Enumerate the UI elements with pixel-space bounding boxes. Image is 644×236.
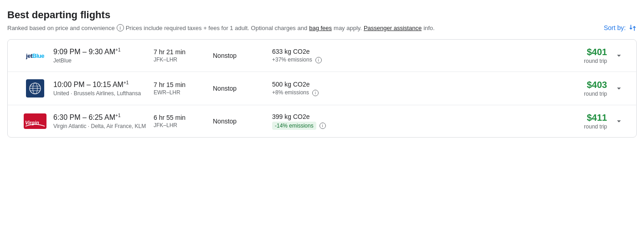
duration-col-2: 7 hr 15 min EWR–LHR — [154, 81, 213, 96]
time-range-2: 10:00 PM – 10:15 AM+1 — [53, 80, 154, 89]
expand-button-1[interactable] — [611, 47, 627, 64]
jetblue-wordmark: jetBlue — [26, 52, 44, 59]
airline-name-1: JetBlue — [53, 57, 154, 64]
bag-fees-link[interactable]: bag fees — [309, 25, 332, 31]
flight-times-2: 10:00 PM – 10:15 AM+1 United · Brussels … — [53, 80, 154, 96]
airline-logo-virgin: Virgin — [17, 113, 53, 129]
flight-row[interactable]: Virgin 6:30 PM – 6:25 AM+1 Virgin Atlant… — [8, 105, 636, 137]
stops-col-1: Nonstop — [213, 52, 272, 59]
duration-val-2: 7 hr 15 min — [154, 81, 213, 88]
stops-col-3: Nonstop — [213, 118, 272, 125]
emissions-badge-3: -14% emissions i — [272, 120, 552, 130]
info-icon[interactable]: i — [117, 24, 124, 31]
flight-row[interactable]: jetBlue 9:09 PM – 9:30 AM+1 JetBlue 7 hr… — [8, 40, 636, 72]
emissions-info-icon-3[interactable]: i — [319, 123, 326, 129]
price-label-1: round trip — [552, 58, 607, 64]
time-range-1: 9:09 PM – 9:30 AM+1 — [53, 47, 154, 56]
emissions-col-1: 633 kg CO2e +37% emissions i — [272, 48, 552, 63]
price-label-3: round trip — [552, 123, 607, 130]
airline-logo-united — [17, 79, 53, 97]
stops-col-2: Nonstop — [213, 85, 272, 92]
price-col-1: $401 round trip — [552, 47, 607, 64]
united-globe-icon — [26, 79, 44, 97]
passenger-assistance-link[interactable]: Passenger assistance — [364, 25, 422, 31]
duration-col-3: 6 hr 55 min JFK–LHR — [154, 114, 213, 128]
sort-by-button[interactable]: Sort by: — [604, 24, 637, 32]
time-range-3: 6:30 PM – 6:25 AM+1 — [53, 113, 154, 122]
expand-button-3[interactable] — [611, 113, 627, 129]
sort-icon — [629, 24, 637, 32]
disclaimer3-text: info. — [423, 25, 435, 31]
co2-val-2: 500 kg CO2e — [272, 81, 552, 88]
route-2: EWR–LHR — [154, 89, 213, 96]
airline-logo-jetblue: jetBlue — [17, 52, 53, 59]
airline-name-3: Virgin Atlantic · Delta, Air France, KLM — [53, 123, 154, 129]
duration-val-3: 6 hr 55 min — [154, 114, 213, 121]
sort-by-label: Sort by: — [604, 24, 626, 31]
flight-row[interactable]: 10:00 PM – 10:15 AM+1 United · Brussels … — [8, 72, 636, 105]
emissions-col-3: 399 kg CO2e -14% emissions i — [272, 113, 552, 130]
subtitle-row: Ranked based on price and convenience i … — [7, 24, 637, 32]
emissions-badge-1: +37% emissions i — [272, 55, 552, 63]
co2-val-3: 399 kg CO2e — [272, 113, 552, 120]
disclaimer2-text: may apply. — [334, 25, 362, 31]
price-col-3: $411 round trip — [552, 113, 607, 130]
emissions-info-icon-1[interactable]: i — [315, 57, 322, 63]
subtitle-left: Ranked based on price and convenience i … — [7, 24, 435, 31]
flight-times-3: 6:30 PM – 6:25 AM+1 Virgin Atlantic · De… — [53, 113, 154, 129]
emissions-badge-2: +8% emissions i — [272, 88, 552, 96]
expand-button-2[interactable] — [611, 80, 627, 97]
price-col-2: $403 round trip — [552, 80, 607, 97]
co2-val-1: 633 kg CO2e — [272, 48, 552, 55]
subtitle-text: Ranked based on price and convenience — [7, 25, 115, 31]
price-val-2: $403 — [552, 80, 607, 90]
page-title: Best departing flights — [7, 9, 637, 21]
price-val-3: $411 — [552, 113, 607, 123]
disclaimer-text: Prices include required taxes + fees for… — [126, 25, 308, 31]
duration-val-1: 7 hr 21 min — [154, 48, 213, 56]
page-header: Best departing flights Ranked based on p… — [7, 9, 637, 32]
flights-list: jetBlue 9:09 PM – 9:30 AM+1 JetBlue 7 hr… — [7, 39, 637, 138]
route-3: JFK–LHR — [154, 122, 213, 128]
flight-times-1: 9:09 PM – 9:30 AM+1 JetBlue — [53, 47, 154, 63]
emissions-col-2: 500 kg CO2e +8% emissions i — [272, 81, 552, 96]
airline-name-2: United · Brussels Airlines, Lufthansa — [53, 90, 154, 97]
emissions-info-icon-2[interactable]: i — [312, 90, 319, 96]
virgin-atlantic-logo-icon: Virgin — [24, 113, 46, 129]
duration-col-1: 7 hr 21 min JFK–LHR — [154, 48, 213, 63]
price-val-1: $401 — [552, 47, 607, 57]
route-1: JFK–LHR — [154, 56, 213, 63]
price-label-2: round trip — [552, 91, 607, 97]
